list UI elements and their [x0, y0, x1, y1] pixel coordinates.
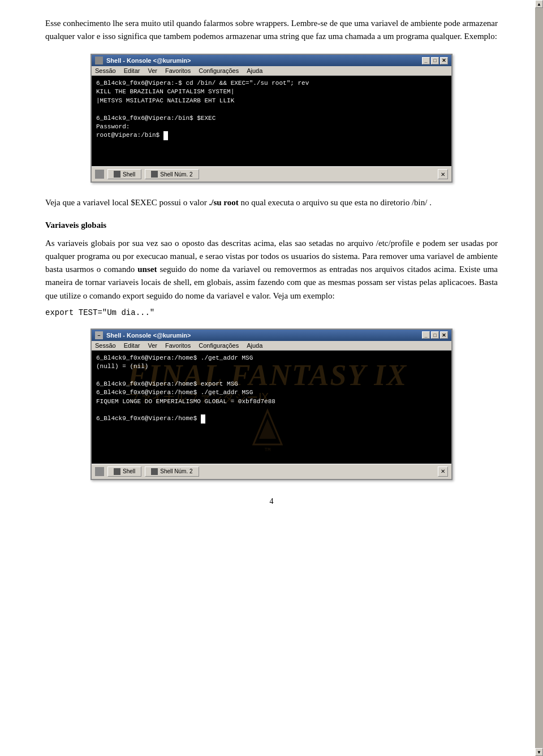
task-shell-label: Shell	[123, 171, 135, 178]
console-line-4	[96, 105, 440, 114]
menu-ver[interactable]: Ver	[148, 67, 157, 74]
watermark2-tm: TM	[128, 447, 407, 453]
konsole2-body-container: FINAL FANTASY IX ファイナルファンタジーⅨ TM 6_Bl4ck…	[92, 351, 451, 464]
konsole1-body-container: 6_Bl4ck9_f0x6@Vipera:-$ cd /bin/ && EXEC…	[92, 76, 451, 166]
konsole1-title: Shell - Konsole <@kurumin>	[106, 57, 191, 64]
console-line-7: root@Vipera:/bin$	[96, 131, 440, 140]
k2-line-3	[96, 371, 440, 380]
paragraph-3: As variaveis globais por sua vez sao o o…	[45, 237, 498, 303]
k2-menu-sessao[interactable]: Sessão	[95, 342, 116, 349]
export-line: export TEST="Um dia..."	[45, 308, 498, 317]
page-number: 4	[45, 497, 498, 506]
menu-favoritos[interactable]: Favoritos	[165, 67, 191, 74]
konsole2-title-buttons: _ □ ✕	[422, 331, 448, 339]
konsole2-body: FINAL FANTASY IX ファイナルファンタジーⅨ TM 6_Bl4ck…	[92, 351, 451, 464]
k2-taskbar-icon	[95, 467, 104, 476]
menu-ajuda[interactable]: Ajuda	[247, 67, 262, 74]
konsole1-window: Shell - Konsole <@kurumin> _ □ ✕ Sessão …	[90, 54, 453, 183]
console-line-6: Password:	[96, 123, 440, 131]
konsole2-title: Shell - Konsole <@kurumin>	[106, 332, 191, 339]
konsole1-body: 6_Bl4ck9_f0x6@Vipera:-$ cd /bin/ && EXEC…	[92, 76, 451, 166]
k2-shell-icon	[114, 468, 120, 475]
konsole2-menubar: Sessão Editar Ver Favoritos Configuraçõe…	[92, 341, 451, 351]
para3-bold: unset	[137, 265, 157, 274]
k2-close-button[interactable]: ✕	[440, 331, 448, 339]
para2-bold: ./su root	[209, 198, 239, 207]
paragraph-2: Veja que a variavel local $EXEC possui o…	[45, 196, 498, 209]
k2-line-1: 6_Bl4ck9_f0x6@Vipera:/home$ ./get_addr M…	[96, 354, 440, 362]
k2-task-shell-label: Shell	[123, 468, 135, 474]
konsole2-taskbar: Shell Shell Núm. 2 ✕	[92, 464, 451, 479]
k2-task-shell2-label: Shell Núm. 2	[160, 468, 192, 474]
console-line-5: 6_Bl4ck9_f0x6@Vipera:/bin$ $EXEC	[96, 114, 440, 123]
k2-line-7	[96, 406, 440, 414]
k2-scroll-up[interactable]: ▲	[535, 0, 543, 8]
task-shell[interactable]: Shell	[107, 169, 141, 179]
konsole1-taskbar: Shell Shell Núm. 2 ✕	[92, 166, 451, 182]
k2-menu-favoritos[interactable]: Favoritos	[165, 342, 191, 349]
k2-menu-ver[interactable]: Ver	[148, 342, 157, 349]
minimize-button[interactable]: _	[422, 57, 430, 64]
konsole1-menubar: Sessão Editar Ver Favoritos Configuraçõe…	[92, 66, 451, 76]
konsole2-scrollbar[interactable]: ▲ ▼	[535, 0, 543, 756]
taskbar-icon	[95, 170, 104, 179]
menu-configuracoes[interactable]: Configurações	[199, 67, 239, 74]
para2-start: Veja que a variavel local $EXEC possui o…	[45, 198, 209, 207]
k2-task-shell-2[interactable]: Shell Núm. 2	[145, 466, 199, 477]
k2-line-5: 6_Bl4ck9_f0x6@Vipera:/home$ ./get_addr M…	[96, 388, 440, 397]
task-shell2-label: Shell Núm. 2	[160, 171, 192, 178]
k2-task-close-btn[interactable]: ✕	[438, 466, 448, 477]
k2-shell2-icon	[151, 468, 158, 475]
konsole1-titlebar: Shell - Konsole <@kurumin> _ □ ✕	[92, 55, 451, 66]
maximize-button[interactable]: □	[431, 57, 439, 64]
task-close-btn[interactable]: ✕	[438, 169, 448, 179]
k2-line-6: FIQUEM LONGE DO EMPERIALISMO GLOBAL = 0x…	[96, 398, 440, 406]
k2-menu-editar[interactable]: Editar	[124, 342, 140, 349]
k2-menu-configuracoes[interactable]: Configurações	[199, 342, 239, 349]
konsole1-titlebar-left: Shell - Konsole <@kurumin>	[95, 57, 191, 64]
shell-icon	[114, 171, 120, 178]
task-shell-2[interactable]: Shell Núm. 2	[145, 169, 199, 179]
konsole1-titlebar-icon	[95, 57, 103, 64]
k2-line-4: 6_Bl4ck9_f0x6@Vipera:/home$ export MSG	[96, 380, 440, 388]
konsole1-title-buttons: _ □ ✕	[422, 57, 448, 64]
k2-scroll-down[interactable]: ▼	[535, 748, 543, 756]
k2-task-shell[interactable]: Shell	[107, 466, 141, 477]
console-line-1: 6_Bl4ck9_f0x6@Vipera:-$ cd /bin/ && EXEC…	[96, 79, 440, 88]
konsole2-titlebar: – Shell - Konsole <@kurumin> _ □ ✕	[92, 330, 451, 341]
konsole2-console-text: 6_Bl4ck9_f0x6@Vipera:/home$ ./get_addr M…	[96, 354, 440, 424]
konsole1-wrapper: Shell - Konsole <@kurumin> _ □ ✕ Sessão …	[45, 54, 498, 183]
shell2-icon	[151, 171, 158, 178]
k2-scroll-track[interactable]	[535, 8, 543, 748]
close-button[interactable]: ✕	[440, 57, 448, 64]
konsole2-wrapper: – Shell - Konsole <@kurumin> _ □ ✕ Sessã…	[45, 329, 498, 480]
k2-maximize-button[interactable]: □	[431, 331, 439, 339]
section-heading-globais: Variaveis globais	[45, 221, 498, 230]
k2-minimize-button[interactable]: _	[422, 331, 430, 339]
konsole2-window: – Shell - Konsole <@kurumin> _ □ ✕ Sessã…	[90, 329, 453, 480]
para2-end: no qual executa o arquivo su que esta no…	[239, 198, 432, 207]
console-line-2: KILL THE BRAZILIAN CAPITALISM SYSTEM|	[96, 88, 440, 96]
paragraph-1: Esse conhecimento lhe sera muito util qu…	[45, 17, 498, 42]
konsole2-titlebar-left: – Shell - Konsole <@kurumin>	[95, 331, 191, 339]
page-content: Esse conhecimento lhe sera muito util qu…	[45, 17, 498, 506]
menu-sessao[interactable]: Sessão	[95, 67, 116, 74]
k2-line-2: (null) = (nil)	[96, 362, 440, 371]
k2-cursor	[201, 414, 205, 423]
konsole2-titlebar-icon: –	[95, 331, 103, 339]
cursor	[163, 131, 168, 140]
k2-line-8: 6_Bl4ck9_f0x6@Vipera:/home$	[96, 414, 440, 423]
console-line-3: |METSYS MSILATIPAC NAILIZARB EHT LLIK	[96, 97, 440, 105]
menu-editar[interactable]: Editar	[124, 67, 140, 74]
k2-menu-ajuda[interactable]: Ajuda	[247, 342, 262, 349]
